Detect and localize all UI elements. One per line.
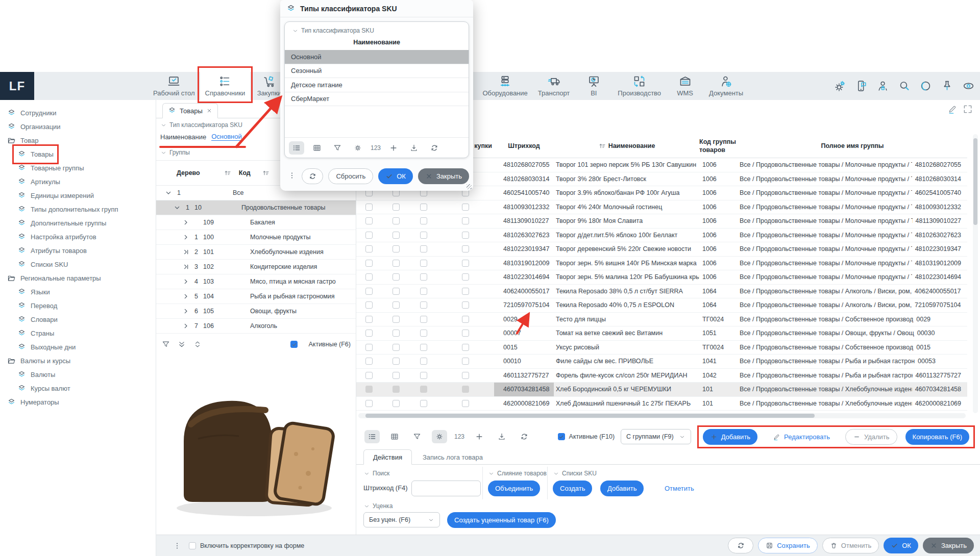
menu-item-transport[interactable]: Транспорт (533, 72, 575, 100)
tree-chevron-icon[interactable] (182, 218, 190, 226)
sidebar-item[interactable]: Языки (15, 285, 52, 299)
row-checkbox[interactable] (420, 232, 427, 239)
list-view-button[interactable] (289, 141, 304, 155)
row-checkbox[interactable] (393, 344, 400, 351)
column-header-group-full[interactable]: Полное имя группы (738, 142, 967, 149)
scrollbar-thumb[interactable] (973, 138, 977, 225)
modal-title-bar[interactable]: Типы классификатора SKU (280, 0, 473, 17)
classifier-type-row[interactable]: Детское питание (285, 78, 469, 92)
menu-item-wms[interactable]: WMS (666, 72, 704, 100)
row-checkbox[interactable] (365, 245, 373, 252)
row-checkbox[interactable] (365, 273, 373, 281)
tree-chevron-icon[interactable] (182, 277, 190, 286)
row-checkbox[interactable] (393, 301, 400, 309)
delete-button[interactable]: Удалить (845, 429, 897, 445)
menu-item-references[interactable]: Справочники (200, 72, 251, 100)
tab-product-log[interactable]: Запись лога товара (413, 449, 492, 465)
merge-button[interactable]: Объединить (488, 481, 540, 496)
tree-chevron-icon[interactable] (182, 292, 190, 300)
user-lock-icon[interactable] (876, 80, 889, 92)
row-checkbox[interactable] (393, 217, 400, 224)
row-checkbox[interactable] (365, 301, 373, 309)
vertical-scrollbar[interactable] (973, 134, 978, 413)
row-checkbox[interactable] (462, 288, 469, 295)
product-row[interactable]: 4810319012009Творог зерн. 5% вишня 140г … (356, 257, 967, 271)
row-checkbox[interactable] (462, 217, 469, 224)
settings-icon[interactable] (834, 80, 846, 92)
column-header-group-code[interactable]: Код группы товаров (699, 138, 738, 155)
sidebar-item[interactable]: Организации (5, 120, 63, 134)
row-checkbox[interactable] (393, 204, 400, 211)
active-products-checkbox[interactable] (558, 433, 565, 440)
group-tree-row[interactable]: 7106Алкоголь (156, 319, 356, 334)
filter-button[interactable] (409, 430, 425, 443)
sidebar-item[interactable]: Единицы измерений (15, 189, 96, 203)
collapse-expand-icon[interactable] (193, 340, 202, 349)
refresh-button[interactable] (302, 168, 323, 184)
search-section-header[interactable]: Поиск (363, 470, 389, 477)
sort-icon[interactable] (262, 169, 270, 177)
product-row[interactable]: 0015Уксус рисовыйТГ0024Все / Продовольст… (356, 341, 967, 355)
sku-add-button[interactable]: Добавить (600, 481, 644, 496)
more-options-icon[interactable] (287, 171, 297, 180)
with-groups-dropdown[interactable]: С группами (F9) (621, 429, 691, 444)
save-button[interactable]: Сохранить (758, 538, 818, 553)
row-checkbox[interactable] (462, 232, 469, 239)
product-row[interactable]: 00007Томат на ветке свежий вес Витамин10… (356, 326, 967, 341)
add-button[interactable]: Добавить (703, 429, 757, 445)
sidebar-item[interactable]: Артикулы (15, 175, 62, 189)
classifier-type-row[interactable]: Основной (285, 50, 469, 64)
row-checkbox[interactable] (462, 316, 469, 323)
grid-button[interactable] (309, 141, 325, 155)
row-checkbox[interactable] (420, 372, 427, 379)
product-row[interactable]: 4810263027623Творог д/дет.пит.5% яблоко … (356, 229, 967, 243)
tab-actions[interactable]: Действия (363, 449, 412, 465)
sku-mark-button[interactable]: Отметить (657, 481, 701, 496)
row-checkbox[interactable] (462, 301, 469, 309)
tree-chevron-icon[interactable] (164, 189, 173, 197)
clock-icon[interactable] (919, 80, 932, 92)
create-markdown-button[interactable]: Создать уцененный товар (F6) (447, 512, 556, 528)
row-checkbox[interactable] (365, 400, 373, 407)
form-correction-checkbox[interactable] (189, 542, 196, 549)
row-checkbox[interactable] (462, 273, 469, 281)
eye-icon[interactable] (962, 80, 975, 92)
group-tree-row[interactable]: 3102Кондитерские изделия (156, 260, 356, 274)
product-row[interactable]: 4811309010227Творог 9% 180г Моя Славита1… (356, 214, 967, 229)
sort-icon[interactable] (224, 169, 232, 177)
row-checkbox[interactable] (393, 288, 400, 295)
row-checkbox[interactable] (420, 316, 427, 323)
search-icon[interactable] (898, 80, 911, 92)
row-checkbox[interactable] (365, 344, 373, 351)
group-tree-row[interactable]: 5104Рыба и рыбная гастрономия (156, 289, 356, 304)
row-checkbox[interactable] (462, 260, 469, 267)
row-count-toggle[interactable]: 123 (454, 433, 464, 440)
row-checkbox[interactable] (393, 372, 400, 379)
row-checkbox[interactable] (420, 386, 427, 393)
sku-lists-section-header[interactable]: Списки SKU (553, 470, 597, 477)
row-checkbox[interactable] (420, 330, 427, 337)
group-tree-row[interactable]: 6105Овощи, фрукты (156, 304, 356, 319)
sidebar-item[interactable]: Нумераторы (5, 395, 61, 409)
product-row[interactable]: 7210597075104Текила Reposado 40% 0,75 л … (356, 298, 967, 313)
sidebar-item[interactable]: Страны (15, 326, 56, 340)
row-checkbox[interactable] (365, 217, 373, 224)
markdown-dropdown[interactable]: Без уцен. (F6) (363, 512, 440, 527)
pin-icon[interactable] (941, 80, 953, 92)
cancel-button[interactable]: Отменить (822, 538, 879, 553)
row-checkbox[interactable] (462, 330, 469, 337)
group-tree-row[interactable]: 1100Молочные продукты (156, 230, 356, 245)
sidebar-item[interactable]: Валюты и курсы (5, 354, 72, 368)
settings-button[interactable] (350, 141, 365, 155)
sidebar-item[interactable]: Товарные группы (15, 161, 86, 175)
app-logo[interactable]: LF (0, 72, 34, 100)
refresh-button[interactable] (728, 538, 753, 553)
add-button[interactable] (472, 430, 487, 443)
active-groups-checkbox[interactable] (290, 341, 298, 348)
row-checkbox[interactable] (462, 344, 469, 351)
column-header-name[interactable]: Наименование (554, 142, 699, 150)
product-row[interactable]: 00010Филе сайды с/м вес. ПРИВОЛЬЕ1041Все… (356, 355, 967, 369)
row-checkbox[interactable] (393, 330, 400, 337)
row-checkbox[interactable] (420, 245, 427, 252)
reset-button[interactable]: Сбросить (328, 168, 373, 184)
